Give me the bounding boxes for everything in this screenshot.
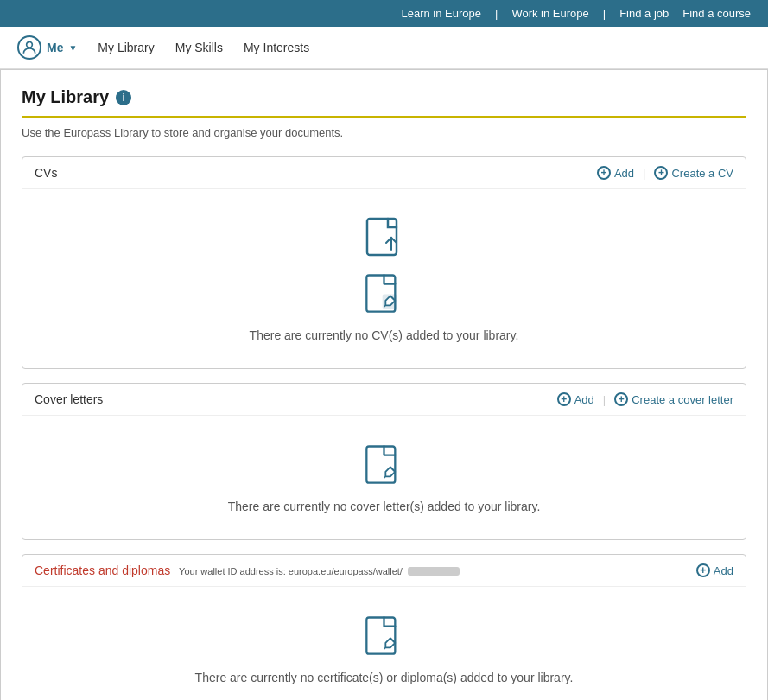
create-cover-plus-icon: + (614, 392, 628, 406)
user-dropdown-arrow: ▼ (68, 43, 77, 53)
certificates-title-text[interactable]: Certificates and diplomas (35, 563, 170, 577)
user-menu[interactable]: Me ▼ (17, 35, 77, 60)
add-cover-plus-icon: + (557, 392, 571, 406)
secondary-navigation: Me ▼ My Library My Skills My Interests (0, 27, 768, 69)
create-cv-label: Create a CV (671, 167, 733, 180)
add-cover-label: Add (574, 393, 594, 406)
cover-letters-title: Cover letters (35, 392, 103, 406)
page-title-text: My Library (22, 87, 109, 107)
cover-letters-body: There are currently no cover letter(s) a… (22, 416, 746, 539)
page-title: My Library i (22, 87, 746, 118)
cover-letters-empty-text: There are currently no cover letter(s) a… (228, 500, 541, 513)
info-icon[interactable]: i (116, 90, 131, 105)
add-cv-plus-icon: + (597, 166, 611, 180)
wallet-id-redacted (408, 567, 460, 576)
find-a-job-link[interactable]: Find a job (619, 7, 669, 20)
add-cover-letter-button[interactable]: + Add (557, 392, 594, 406)
cvs-edit-icon (360, 270, 408, 318)
certificates-actions: + Add (696, 563, 733, 577)
cover-letters-divider: | (603, 393, 606, 406)
user-name-label: Me (47, 41, 63, 54)
my-library-nav-link[interactable]: My Library (98, 41, 154, 54)
nav-divider-2: | (603, 7, 606, 20)
learn-in-europe-link[interactable]: Learn in Europe (401, 7, 481, 20)
cvs-empty-text: There are currently no CV(s) added to yo… (250, 328, 519, 342)
cvs-section-body: There are currently no CV(s) added to yo… (22, 189, 746, 368)
page-subtitle: Use the Europass Library to store and or… (22, 126, 746, 139)
svg-rect-5 (366, 618, 395, 654)
my-skills-nav-link[interactable]: My Skills (175, 41, 223, 54)
top-navigation: Learn in Europe | Work in Europe | Find … (0, 0, 768, 27)
add-cv-button[interactable]: + Add (597, 166, 634, 180)
cover-letters-actions: + Add | + Create a cover letter (557, 392, 733, 406)
cvs-action-divider: | (643, 167, 645, 180)
avatar (17, 35, 41, 60)
create-cover-letter-button[interactable]: + Create a cover letter (614, 392, 733, 406)
work-in-europe-link[interactable]: Work in Europe (511, 7, 588, 20)
add-certificate-button[interactable]: + Add (696, 563, 733, 577)
add-cert-label: Add (714, 564, 733, 577)
certificates-title: Certificates and diplomas Your wallet ID… (35, 563, 460, 577)
find-a-course-link[interactable]: Find a course (682, 7, 751, 20)
certificates-empty-text: There are currently no certificate(s) or… (195, 671, 574, 684)
cover-letters-section: Cover letters + Add | + Create a cover l… (22, 383, 746, 540)
svg-rect-4 (366, 447, 395, 483)
add-cert-plus-icon: + (696, 563, 710, 577)
create-cv-plus-icon: + (654, 166, 668, 180)
certificates-edit-icon (360, 613, 408, 660)
certificates-section: Certificates and diplomas Your wallet ID… (22, 554, 746, 700)
nav-divider: | (495, 7, 498, 20)
cvs-section-header: CVs + Add | + Create a CV (22, 157, 746, 189)
cover-letters-header: Cover letters + Add | + Create a cover l… (22, 384, 746, 416)
create-cv-button[interactable]: + Create a CV (654, 166, 733, 180)
svg-point-0 (27, 41, 33, 48)
certificates-body: There are currently no certificate(s) or… (22, 587, 746, 700)
main-content: My Library i Use the Europass Library to… (0, 69, 768, 700)
cvs-section: CVs + Add | + Create a CV (22, 156, 746, 369)
cvs-empty-icon (362, 215, 407, 260)
certificates-header: Certificates and diplomas Your wallet ID… (22, 555, 746, 587)
my-interests-nav-link[interactable]: My Interests (244, 41, 309, 54)
cvs-section-title: CVs (35, 166, 57, 180)
wallet-address-text: Your wallet ID address is: europa.eu/eur… (179, 566, 403, 576)
cvs-actions: + Add | + Create a CV (597, 166, 733, 180)
create-cover-label: Create a cover letter (632, 393, 733, 406)
add-cv-label: Add (614, 167, 634, 180)
cover-letters-edit-icon (360, 442, 408, 489)
